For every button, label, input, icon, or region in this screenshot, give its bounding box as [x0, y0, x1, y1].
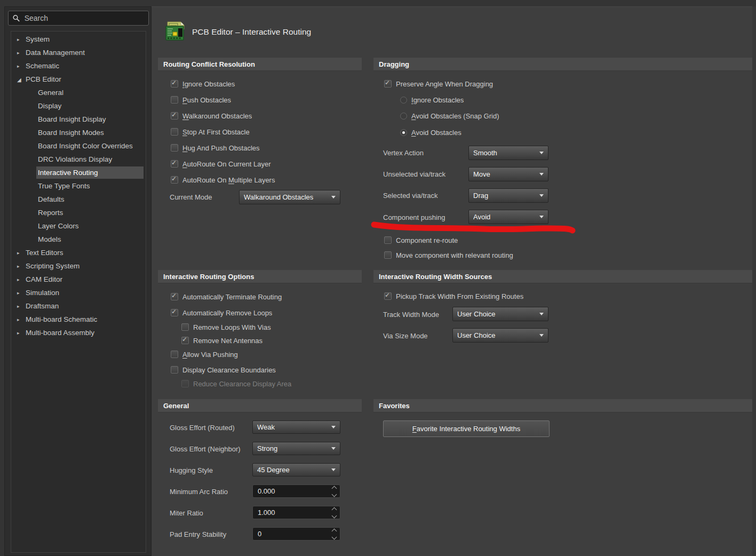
sidebar-item-data-management[interactable]: ▸Data Management: [12, 46, 145, 59]
checkbox-remove-loops-with-vias[interactable]: ✓Remove Loops With Vias: [181, 323, 271, 331]
sidebar-item-schematic[interactable]: ▸Schematic: [12, 59, 145, 73]
radio-avoid-obstacles-snap-grid[interactable]: Avoid Obstacles (Snap Grid): [400, 112, 499, 120]
sidebar-item-true-type-fonts[interactable]: True Type Fonts: [12, 179, 145, 193]
collapsed-arrow-icon[interactable]: ▸: [17, 330, 20, 336]
search-input[interactable]: [23, 13, 144, 23]
current-mode-label: Current Mode: [170, 193, 212, 201]
collapsed-arrow-icon[interactable]: ▸: [17, 264, 20, 269]
sidebar-item-board-insight-color-overrides[interactable]: Board Insight Color Overrides: [12, 139, 145, 153]
current-mode-dropdown[interactable]: Walkaround Obstacles: [239, 190, 340, 204]
spinner-buttons[interactable]: [332, 485, 336, 498]
collapsed-arrow-icon[interactable]: ▸: [17, 317, 20, 322]
vertex-action-dropdown[interactable]: Smooth: [468, 146, 548, 160]
sidebar-item-multi-board-assembly[interactable]: ▸Multi-board Assembly: [12, 326, 145, 339]
spin-up-icon[interactable]: [332, 528, 337, 534]
checkbox-display-clearance-boundaries[interactable]: ✓Display Clearance Boundaries: [171, 366, 276, 374]
section-general: General: [158, 399, 362, 412]
check-icon: ✓: [171, 175, 177, 182]
checkbox-walkaround-obstacles[interactable]: ✓Walkaround Obstacles: [171, 112, 252, 120]
sidebar-item-scripting-system[interactable]: ▸Scripting System: [12, 259, 145, 273]
checkbox-preserve-angle[interactable]: ✓Preserve Angle When Dragging: [384, 80, 493, 88]
check-icon: ✓: [385, 291, 390, 299]
sidebar-item-board-insight-display[interactable]: Board Insight Display: [12, 113, 145, 126]
sidebar-item-cam-editor[interactable]: ▸CAM Editor: [12, 273, 145, 286]
radio-avoid-obstacles[interactable]: Avoid Obstacles: [400, 128, 461, 137]
expanded-arrow-icon[interactable]: ◢: [17, 76, 21, 82]
collapsed-arrow-icon[interactable]: ▸: [17, 37, 20, 42]
track-width-mode-dropdown[interactable]: User Choice: [452, 307, 548, 321]
via-size-mode-label: Via Size Mode: [383, 332, 428, 340]
checkbox-allow-via-pushing[interactable]: ✓Allow Via Pushing: [171, 350, 238, 359]
hugging-style-dropdown[interactable]: 45 Degree: [252, 463, 340, 476]
unselected-via-track-label: Unselected via/track: [383, 170, 445, 178]
checkbox-hug-and-push-obstacles[interactable]: ✓Hug And Push Obstacles: [171, 144, 260, 152]
via-size-mode-dropdown[interactable]: User Choice: [452, 328, 548, 343]
section-favorites: Favorites: [373, 399, 752, 412]
preferences-tree: ▸System ▸Data Management ▸Schematic ◢PCB…: [11, 31, 146, 553]
collapsed-arrow-icon[interactable]: ▸: [17, 50, 20, 55]
checkbox-box: ✓: [181, 380, 189, 387]
checkbox-push-obstacles[interactable]: ✓Push Obstacles: [171, 96, 231, 104]
checkbox-move-component-with-routing[interactable]: ✓Move component with relevant routing: [384, 251, 513, 259]
sidebar-item-board-insight-modes[interactable]: Board Insight Modes: [12, 126, 145, 139]
component-pushing-dropdown[interactable]: Avoid: [468, 210, 548, 224]
checkbox-auto-terminate-routing[interactable]: ✓Automatically Terminate Routing: [171, 292, 282, 301]
sidebar-item-draftsman[interactable]: ▸Draftsman: [12, 299, 145, 313]
collapsed-arrow-icon[interactable]: ▸: [17, 277, 20, 282]
checkbox-ignore-obstacles[interactable]: ✓Ignore Obstacles: [171, 80, 235, 88]
spin-down-icon[interactable]: [332, 491, 337, 497]
checkbox-box: ✓: [171, 309, 178, 316]
sidebar-item-models[interactable]: Models: [12, 233, 145, 246]
sidebar-item-general[interactable]: General: [12, 86, 145, 99]
checkbox-pickup-track-width[interactable]: ✓Pickup Track Width From Existing Routes: [384, 292, 523, 300]
checkbox-stop-at-first-obstacle[interactable]: ✓Stop At First Obstacle: [171, 128, 250, 136]
gloss-effort-routed-dropdown[interactable]: Weak: [252, 420, 340, 434]
pad-entry-stability-input[interactable]: 0: [252, 527, 340, 541]
component-pushing-label: Component pushing: [383, 213, 445, 221]
gloss-effort-neighbor-dropdown[interactable]: Strong: [252, 442, 340, 455]
checkbox-auto-remove-loops[interactable]: ✓Automatically Remove Loops: [171, 308, 272, 317]
spinner-buttons[interactable]: [332, 528, 336, 541]
radio-circle: [400, 113, 407, 120]
track-width-mode-label: Track Width Mode: [383, 311, 439, 319]
checkbox-component-reroute[interactable]: ✓Component re-route: [384, 236, 458, 244]
sidebar-item-defaults[interactable]: Defaults: [12, 193, 145, 206]
spin-up-icon[interactable]: [332, 507, 337, 512]
checkbox-box: ✓: [171, 128, 178, 136]
miter-ratio-input[interactable]: 1.000: [252, 506, 340, 519]
selected-via-track-dropdown[interactable]: Drag: [468, 188, 548, 203]
checkbox-box: ✓: [171, 160, 178, 168]
checkbox-remove-net-antennas[interactable]: ✓Remove Net Antennas: [181, 336, 262, 345]
collapsed-arrow-icon[interactable]: ▸: [17, 63, 20, 69]
minimum-arc-ratio-input[interactable]: 0.000: [252, 484, 340, 498]
sidebar-item-pcb-editor[interactable]: ◢PCB Editor: [12, 73, 145, 86]
sidebar-item-text-editors[interactable]: ▸Text Editors: [12, 246, 145, 259]
search-box[interactable]: [8, 11, 149, 26]
unselected-via-track-dropdown[interactable]: Move: [468, 167, 548, 181]
gloss-effort-routed-label: Gloss Effort (Routed): [170, 424, 235, 432]
sidebar-item-multi-board-schematic[interactable]: ▸Multi-board Schematic: [12, 313, 145, 326]
section-interactive-routing-options: Interactive Routing Options: [158, 270, 362, 283]
sidebar-item-layer-colors[interactable]: Layer Colors: [12, 219, 145, 233]
spinner-buttons[interactable]: [332, 506, 336, 519]
collapsed-arrow-icon[interactable]: ▸: [17, 304, 20, 309]
chevron-down-icon: [539, 313, 544, 315]
check-icon: ✓: [385, 79, 390, 86]
sidebar-item-interactive-routing[interactable]: Interactive Routing: [12, 166, 145, 179]
spin-up-icon[interactable]: [332, 486, 337, 491]
checkbox-autoroute-current-layer[interactable]: ✓AutoRoute On Current Layer: [171, 160, 270, 168]
collapsed-arrow-icon[interactable]: ▸: [17, 290, 20, 296]
radio-ignore-obstacles[interactable]: Ignore Obstacles: [400, 96, 464, 104]
sidebar-item-display[interactable]: Display: [12, 99, 145, 113]
sidebar-item-system[interactable]: ▸System: [12, 33, 145, 46]
sidebar-item-drc-violations-display[interactable]: DRC Violations Display: [12, 153, 145, 166]
checkbox-box: ✓: [384, 292, 392, 300]
favorite-interactive-routing-widths-button[interactable]: Favorite Interactive Routing Widths: [383, 420, 550, 437]
checkbox-reduce-clearance-display-area: ✓Reduce Clearance Display Area: [181, 379, 291, 388]
sidebar-item-reports[interactable]: Reports: [12, 206, 145, 219]
spin-down-icon[interactable]: [332, 513, 337, 518]
sidebar-item-simulation[interactable]: ▸Simulation: [12, 286, 145, 299]
spin-down-icon[interactable]: [332, 534, 337, 539]
checkbox-autoroute-multiple-layers[interactable]: ✓AutoRoute On Multiple Layers: [171, 176, 275, 184]
collapsed-arrow-icon[interactable]: ▸: [17, 250, 20, 256]
